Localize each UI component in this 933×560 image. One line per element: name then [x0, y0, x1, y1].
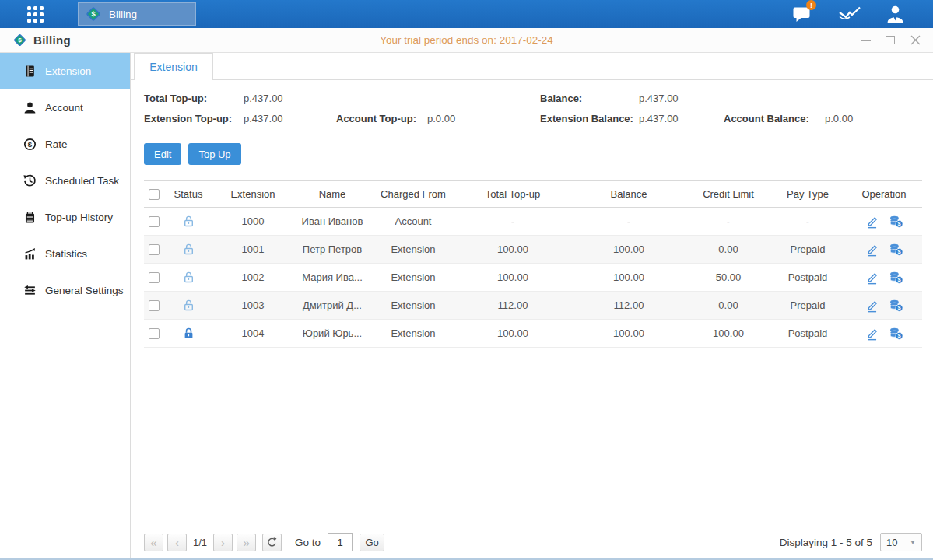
- summary-right: Balance: p.437.00 Extension Balance: p.4…: [540, 93, 922, 124]
- topup-coins-icon[interactable]: $: [889, 299, 903, 313]
- cell-name: Мария Ива...: [293, 264, 371, 292]
- table-row-1004: 1004Юрий Юрь...Extension100.00100.00100.…: [144, 320, 922, 348]
- history-clock-icon: [23, 174, 37, 187]
- cell-extension: 1002: [212, 264, 293, 292]
- extension-table: StatusExtensionNameCharged FromTotal Top…: [144, 180, 922, 348]
- sidebar-item-label: General Settings: [45, 285, 124, 296]
- cell-name: Дмитрий Д...: [293, 292, 371, 320]
- cell-operation: $: [846, 208, 922, 236]
- sidebar-item-label: Rate: [45, 138, 68, 150]
- page-indicator: 1/1: [193, 537, 207, 548]
- cell-balance: -: [570, 208, 687, 236]
- cell-credit-limit: 0.00: [687, 292, 770, 320]
- prev-page-button[interactable]: ‹: [167, 534, 187, 551]
- cell-select: [144, 264, 164, 292]
- edit-pencil-icon[interactable]: [865, 271, 879, 285]
- cell-select: [144, 320, 164, 348]
- chevron-down-icon: ▼: [910, 539, 916, 546]
- row-checkbox[interactable]: [149, 216, 160, 227]
- edit-pencil-icon[interactable]: [865, 215, 879, 229]
- pagination-bar: « ‹ 1/1 › » Go to Go Displaying 1 - 5 of…: [144, 530, 922, 554]
- trial-notice: Your trial period ends on: 2017-02-24: [0, 34, 933, 46]
- topbar-billing-tab[interactable]: $ Billing: [78, 2, 196, 26]
- cell-status: [164, 320, 212, 348]
- messages-icon[interactable]: !: [793, 5, 814, 23]
- sidebar-item-extension[interactable]: Extension: [0, 53, 130, 89]
- sidebar-item-statistics[interactable]: Statistics: [0, 236, 130, 272]
- select-all-checkbox[interactable]: [149, 189, 160, 200]
- svg-text:$: $: [897, 304, 900, 311]
- row-checkbox[interactable]: [149, 272, 160, 283]
- cell-status: [164, 236, 212, 264]
- desktop-topbar: $ Billing !: [0, 0, 933, 28]
- edit-pencil-icon[interactable]: [865, 327, 879, 341]
- edit-pencil-icon[interactable]: [865, 243, 879, 257]
- account-topup-value: p.0.00: [427, 113, 540, 124]
- displaying-text: Displaying 1 - 5 of 5: [780, 537, 872, 548]
- page-size-select[interactable]: 10 ▼: [880, 533, 922, 551]
- sidebar-item-label: Extension: [45, 65, 91, 77]
- app-grid-icon[interactable]: [27, 6, 44, 23]
- user-account-icon[interactable]: [886, 5, 905, 24]
- edit-pencil-icon[interactable]: [865, 299, 879, 313]
- close-icon[interactable]: [910, 35, 921, 46]
- topup-coins-icon[interactable]: $: [889, 215, 903, 229]
- extension-balance-value: p.437.00: [639, 113, 724, 124]
- col-total-top-up: Total Top-up: [455, 181, 570, 208]
- person-icon: [23, 101, 37, 114]
- topup-coins-icon[interactable]: $: [889, 271, 903, 285]
- total-topup-value: p.437.00: [244, 93, 336, 104]
- first-page-button[interactable]: «: [144, 534, 163, 551]
- row-checkbox[interactable]: [149, 244, 160, 255]
- goto-page-input[interactable]: [328, 533, 353, 551]
- sidebar-item-rate[interactable]: $Rate: [0, 126, 130, 163]
- cell-operation: $: [846, 264, 922, 292]
- ledger-icon: [23, 65, 37, 78]
- svg-text:$: $: [897, 220, 900, 227]
- account-balance-value: p.0.00: [825, 113, 922, 124]
- sidebar-item-top-up-history[interactable]: Top-up History: [0, 199, 130, 236]
- cell-operation: $: [846, 236, 922, 264]
- sidebar-item-general-settings[interactable]: General Settings: [0, 272, 130, 309]
- last-page-button[interactable]: »: [237, 534, 256, 551]
- row-checkbox[interactable]: [149, 328, 160, 339]
- cell-pay-type: Prepaid: [770, 236, 846, 264]
- svg-text:$: $: [897, 248, 900, 255]
- dollar-circle-icon: $: [23, 138, 37, 151]
- next-page-button[interactable]: ›: [213, 534, 233, 551]
- window-controls: [860, 35, 921, 46]
- row-checkbox[interactable]: [149, 300, 160, 311]
- cell-total-topup: -: [455, 208, 570, 236]
- cell-total-topup: 100.00: [455, 236, 570, 264]
- cell-charged-from: Extension: [371, 264, 455, 292]
- cell-status: [164, 292, 212, 320]
- col-charged-from: Charged From: [371, 181, 455, 208]
- window-titlebar: $ Billing Your trial period ends on: 201…: [0, 28, 933, 53]
- tab-strip: Extension: [131, 53, 933, 80]
- edit-button[interactable]: Edit: [144, 143, 181, 165]
- activity-chart-icon[interactable]: [839, 5, 861, 23]
- col-balance: Balance: [570, 181, 687, 208]
- topbar-right-icons: !: [793, 5, 905, 24]
- top-up-button[interactable]: Top Up: [188, 143, 240, 165]
- minimize-icon[interactable]: [860, 35, 871, 46]
- cell-charged-from: Account: [371, 208, 455, 236]
- tab-extension[interactable]: Extension: [134, 53, 213, 80]
- summary-block: Total Top-up: p.437.00 Extension Top-up:…: [144, 93, 922, 124]
- go-button[interactable]: Go: [360, 534, 384, 551]
- cell-name: Иван Иванов: [293, 208, 371, 236]
- cell-select: [144, 292, 164, 320]
- cell-charged-from: Extension: [371, 320, 455, 348]
- col-operation: Operation: [846, 181, 922, 208]
- extension-topup-value: p.437.00: [244, 113, 336, 124]
- lock-open-icon: [182, 243, 195, 256]
- account-topup-label: Account Top-up:: [336, 113, 427, 124]
- topup-coins-icon[interactable]: $: [889, 327, 903, 341]
- sidebar-item-account[interactable]: Account: [0, 89, 130, 126]
- maximize-icon[interactable]: [885, 35, 896, 46]
- extension-topup-label: Extension Top-up:: [144, 113, 244, 124]
- sidebar-item-scheduled-task[interactable]: Scheduled Task: [0, 163, 130, 199]
- refresh-icon[interactable]: [262, 534, 282, 551]
- window-title: Billing: [33, 33, 71, 47]
- topup-coins-icon[interactable]: $: [889, 243, 903, 257]
